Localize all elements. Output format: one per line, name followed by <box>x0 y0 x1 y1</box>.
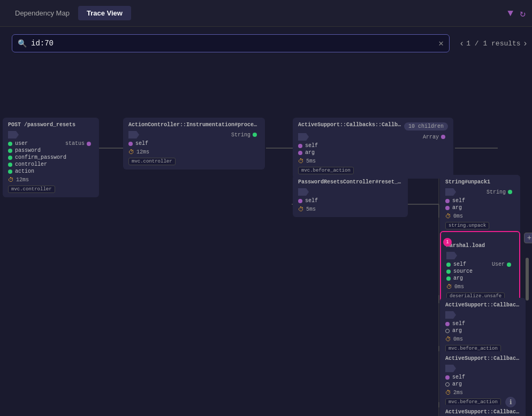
tab-trace-view[interactable]: Trace View <box>78 6 131 20</box>
tab-dependency-map[interactable]: Dependency Map <box>6 6 78 20</box>
node3-header: Array <box>298 133 448 141</box>
results-count: 1 / 1 results <box>466 40 520 48</box>
node8-title: ActiveSupport::Callbacks::Callba <box>445 356 520 361</box>
search-icon: 🔍 <box>18 39 27 48</box>
node5-param-arg: arg <box>445 205 515 211</box>
node1-header <box>8 131 94 138</box>
dot-purple4 <box>298 151 302 155</box>
node3-title: ActiveSupport::Callbacks::CallbackSequen… <box>298 122 404 128</box>
dot-purple8 <box>445 322 450 326</box>
node-password-resets-controller[interactable]: PasswordResetsController#reset_password … <box>293 175 408 217</box>
node-action-controller[interactable]: ActionController::Instrumentation#proces… <box>123 118 265 170</box>
node7-arrow-in <box>445 311 456 319</box>
dot-green7 <box>446 269 451 274</box>
refresh-icon[interactable]: ↻ <box>520 7 526 19</box>
dot-purple9 <box>445 375 450 380</box>
header: Dependency Map Trace View ▼ ↻ <box>0 0 532 27</box>
node3-param-self: self <box>298 143 448 149</box>
clock-icon: ⏱ <box>8 176 14 183</box>
dot-green5 <box>8 170 12 174</box>
node8-param-self: self <box>445 374 520 380</box>
node9-title: ActiveSupport::Callbacks::Callba <box>445 409 520 415</box>
node2-title: ActionController::Instrumentation#proces… <box>128 122 260 128</box>
node1-param-confirm: confirm_password <box>8 155 94 160</box>
filter-icon[interactable]: ▼ <box>507 8 513 19</box>
node6-title: Marshal.load <box>446 243 514 249</box>
node3-param-arg: arg <box>298 150 448 156</box>
node7-header <box>445 311 520 319</box>
next-result-button[interactable]: › <box>524 38 527 48</box>
node6-time: ⏱ 0ms <box>446 283 514 290</box>
node2-dot-out <box>253 133 257 137</box>
node5-header: String <box>445 188 515 196</box>
search-input[interactable]: id:70 <box>31 39 434 48</box>
node4-header <box>298 188 402 196</box>
node7-time: ⏱ 0ms <box>445 336 520 343</box>
dot-green8 <box>446 276 451 281</box>
node5-time: ⏱ 0ms <box>445 213 515 220</box>
clock-icon6: ⏱ <box>446 283 452 290</box>
node4-param-self: self <box>298 198 402 204</box>
node7-param-arg: arg <box>445 328 520 334</box>
node1-tag: mvc.controller <box>8 186 55 193</box>
node-activesupport-7[interactable]: ActiveSupport::Callback ... llba self ar… <box>440 298 526 357</box>
node6-param-source: source <box>446 268 514 274</box>
node5-arrow-in <box>445 188 456 196</box>
node2-arrow-in <box>128 131 139 138</box>
node2-header: String <box>128 131 260 138</box>
dot-purple3 <box>298 144 302 148</box>
dot-purple5 <box>298 199 302 203</box>
node3-tag: mvc.before_action <box>298 167 354 174</box>
node6-param-self: self User <box>446 261 514 267</box>
prev-result-button[interactable]: ‹ <box>460 38 463 48</box>
dot-green2 <box>8 149 12 153</box>
clock-icon5: ⏱ <box>445 213 451 220</box>
clock-icon7: ⏱ <box>445 336 451 343</box>
node2-time: ⏱ 12ms <box>128 149 260 156</box>
dot-green6 <box>446 263 451 267</box>
node2-tag: mvc.controller <box>128 158 176 165</box>
clock-icon8: ⏱ <box>445 389 451 396</box>
dot-gray <box>445 329 450 333</box>
dot-purple7 <box>445 206 450 210</box>
node8-header <box>445 365 520 372</box>
node6-header <box>446 252 514 259</box>
dot-purple6 <box>445 199 450 203</box>
node5-tag: string.unpack <box>445 222 489 229</box>
node6-arrow-in <box>446 252 457 259</box>
node6-dot-out <box>507 263 511 267</box>
node-activesupport-callbacks[interactable]: ActiveSupport::Callbacks::CallbackSequen… <box>293 118 453 179</box>
info-icon[interactable]: ℹ <box>505 397 516 407</box>
node-marshal-load[interactable]: 1 Marshal.load self User source arg ⏱ 0m… <box>440 231 520 305</box>
node8-param-arg: arg <box>445 381 520 387</box>
node1-param-action: action <box>8 168 94 174</box>
dot-gray2 <box>445 382 450 387</box>
node1-arrow-in <box>8 131 19 138</box>
node1-time: ⏱ 12ms <box>8 176 94 183</box>
scrollbar-vertical[interactable] <box>526 258 529 301</box>
clock-icon2: ⏱ <box>128 149 134 156</box>
node-string-unpack[interactable]: String#unpack1 String self arg ⏱ 0ms str… <box>440 175 520 234</box>
trace-canvas[interactable]: POST /password_resets user status passwo… <box>0 60 532 416</box>
node3-time: ⏱ 5ms <box>298 158 448 165</box>
node1-param-controller: controller <box>8 161 94 167</box>
add-button[interactable]: + <box>524 233 532 243</box>
node7-param-self: self <box>445 321 520 327</box>
node4-time: ⏱ 5ms <box>298 206 402 213</box>
node4-arrow-in <box>298 188 309 196</box>
node8-time: ⏱ 2ms <box>445 389 520 396</box>
node6-param-arg: arg <box>446 275 514 281</box>
search-results: ‹ 1 / 1 results › <box>460 38 527 48</box>
children-badge: 10 children <box>404 122 448 130</box>
node4-title: PasswordResetsController#reset_password <box>298 179 402 185</box>
node5-dot-out <box>508 190 512 194</box>
clock-icon4: ⏱ <box>298 206 304 213</box>
node7-title: ActiveSupport::Callback ... llba <box>445 302 520 308</box>
node-post-password-resets[interactable]: POST /password_resets user status passwo… <box>3 118 99 197</box>
node3-dot-out <box>441 135 445 139</box>
node3-arrow-in <box>298 133 309 141</box>
node6-badge: 1 <box>443 238 452 246</box>
node1-title: POST /password_resets <box>8 122 94 128</box>
clear-icon[interactable]: ✕ <box>438 38 444 49</box>
node8-arrow-in <box>445 365 456 372</box>
